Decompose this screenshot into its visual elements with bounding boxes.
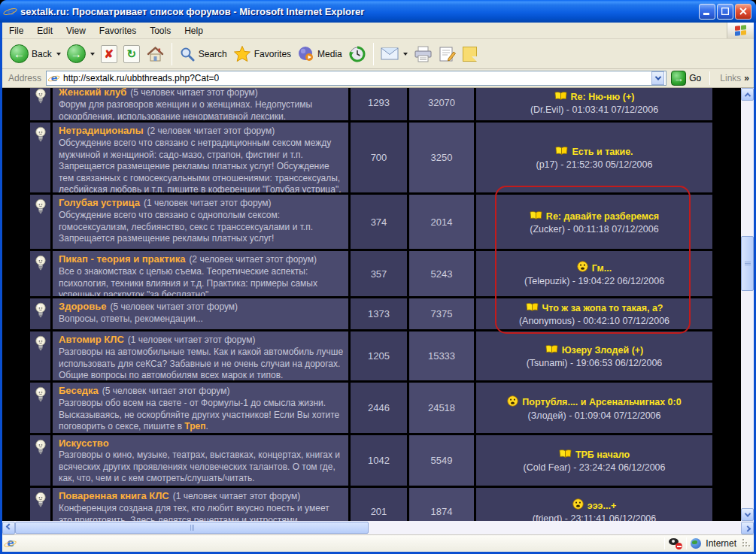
go-button[interactable]: → Go: [671, 71, 701, 86]
menu-help[interactable]: Help: [178, 23, 210, 38]
forum-link[interactable]: Искусство: [59, 437, 109, 449]
menu-favorites[interactable]: Favorites: [93, 23, 143, 38]
posts-count: 5549: [409, 435, 474, 486]
privacy-report-icon[interactable]: [669, 537, 682, 549]
forum-readers: (1 человек читает этот форум): [128, 335, 256, 345]
vertical-scroll-thumb[interactable]: [741, 236, 754, 291]
scroll-left-button[interactable]: [2, 522, 15, 534]
last-post-link[interactable]: ТРБ начало: [575, 450, 630, 460]
menu-tools[interactable]: Tools: [143, 23, 178, 38]
mail-button[interactable]: [378, 46, 411, 62]
last-post-meta: (Cold Fear) - 23:24:24 06/12/2006: [523, 462, 665, 473]
page-content: Женский клуб(5 человек читает этот форум…: [2, 88, 741, 521]
stop-button[interactable]: ✘: [98, 44, 120, 65]
close-button[interactable]: [735, 4, 751, 20]
forum-readers: (1 человек читает этот форум): [173, 491, 301, 501]
forum-link[interactable]: Здоровье: [59, 301, 106, 312]
last-post-meta: (Tsunami) - 19:06:53 06/12/2006: [527, 358, 663, 368]
topics-count: 2446: [351, 383, 407, 433]
posts-count: 15333: [409, 331, 474, 380]
forum-description: Обсуждение всего что связано с нетрадици…: [59, 138, 344, 192]
media-label: Media: [317, 49, 342, 59]
topics-count: 1042: [351, 435, 407, 486]
forward-icon: →: [67, 44, 86, 63]
search-label: Search: [199, 49, 227, 59]
last-post-link[interactable]: Есть и такие.: [572, 147, 633, 157]
scroll-right-button[interactable]: [741, 522, 754, 534]
forum-link[interactable]: Голубая устрица: [59, 197, 140, 208]
forum-desc-link[interactable]: Треп: [184, 421, 205, 431]
bulb-icon: [35, 335, 47, 380]
forum-row: Женский клуб(5 человек читает этот форум…: [30, 88, 712, 120]
menu-edit[interactable]: Edit: [30, 23, 59, 38]
forum-readers: (5 человек читает этот форум): [102, 386, 230, 396]
horizontal-scrollbar[interactable]: [2, 521, 754, 534]
address-label: Address: [8, 73, 41, 83]
last-post-meta: (friend) - 23:11:41 06/12/2006: [533, 513, 656, 521]
favorites-button[interactable]: Favorites: [230, 44, 294, 64]
last-post-link[interactable]: Юзеру Злодей (+): [562, 345, 644, 356]
address-input[interactable]: e http://sextalk.ru/ubbthreads.php?Cat=0: [46, 71, 666, 86]
menu-view[interactable]: View: [59, 23, 93, 38]
page-icon: e: [49, 73, 59, 83]
discuss-button[interactable]: [460, 45, 480, 63]
media-button[interactable]: Media: [294, 44, 345, 64]
topics-count: 357: [351, 251, 407, 296]
mail-dropdown-icon[interactable]: [403, 53, 408, 56]
forum-row: Искусство Разговоры о кино, музыке, теат…: [30, 435, 712, 486]
print-icon: [414, 46, 433, 62]
resize-grip[interactable]: [742, 539, 751, 548]
bulb-icon: [35, 126, 47, 192]
ie-logo-icon: e: [5, 5, 17, 17]
last-post-link[interactable]: Портубля.... и Арсенальчигнах 0:0: [522, 397, 681, 407]
home-icon: [146, 45, 165, 62]
history-icon: [348, 45, 366, 63]
forum-link[interactable]: Поваренная книга КЛС: [59, 490, 169, 501]
book-icon: [559, 448, 572, 462]
edit-button[interactable]: [436, 44, 460, 64]
scroll-down-button[interactable]: [741, 508, 754, 521]
forum-readers: (2 человек читает этот форум): [189, 254, 317, 265]
forum-link[interactable]: Пикап - теория и практика: [59, 253, 185, 265]
scroll-up-button[interactable]: [741, 88, 754, 101]
forward-button[interactable]: →: [64, 43, 98, 65]
last-post-meta: (p17) - 21:52:30 05/12/2006: [536, 159, 653, 170]
links-label[interactable]: Links: [720, 73, 741, 83]
forum-link[interactable]: Нетрадиционалы: [59, 125, 144, 136]
topics-count: 201: [351, 488, 407, 521]
forum-row: Автомир КЛС(1 человек читает этот форум)…: [30, 331, 712, 380]
posts-count: 2014: [409, 195, 474, 249]
forum-readers: (5 человек читает этот форум): [130, 88, 258, 98]
last-post-meta: (Злодей) - 01:09:04 07/12/2006: [527, 410, 660, 421]
search-button[interactable]: Search: [176, 44, 230, 64]
topics-count: 1293: [351, 88, 407, 120]
vertical-scrollbar[interactable]: [741, 88, 754, 521]
posts-count: 7375: [409, 298, 474, 329]
home-button[interactable]: [143, 44, 168, 64]
forum-link[interactable]: Женский клуб: [59, 88, 126, 98]
history-button[interactable]: [345, 44, 369, 65]
horizontal-scroll-thumb[interactable]: [15, 522, 369, 534]
back-dropdown-icon[interactable]: [56, 53, 61, 56]
smiley-icon: [572, 498, 584, 513]
maximize-button[interactable]: [717, 4, 733, 20]
last-post-link[interactable]: Re: Ню-ню (+): [571, 92, 635, 102]
posts-count: 3250: [409, 123, 474, 192]
forum-description: Разговоры о кино, музыке, театрах, выста…: [59, 450, 344, 485]
forward-dropdown-icon[interactable]: [90, 53, 95, 56]
forum-link[interactable]: Беседка: [59, 385, 99, 396]
minimize-button[interactable]: [699, 4, 715, 20]
back-button[interactable]: ← Back: [7, 43, 64, 65]
refresh-button[interactable]: ↻: [120, 44, 143, 65]
print-button[interactable]: [411, 44, 436, 64]
forum-link[interactable]: Автомир КЛС: [59, 334, 124, 345]
back-label: Back: [32, 49, 52, 59]
book-icon: [554, 90, 567, 104]
forum-description: Конференция создана для тех, кто любит в…: [59, 503, 344, 521]
menu-bar: File Edit View Favorites Tools Help: [2, 23, 754, 39]
last-post-link[interactable]: эээ...+: [587, 501, 616, 511]
menu-file[interactable]: File: [2, 23, 30, 38]
links-chevron-icon[interactable]: »: [744, 73, 749, 83]
address-dropdown-button[interactable]: [651, 71, 664, 85]
last-post-meta: (Dr.Evil) - 01:03:41 07/12/2006: [530, 104, 658, 115]
